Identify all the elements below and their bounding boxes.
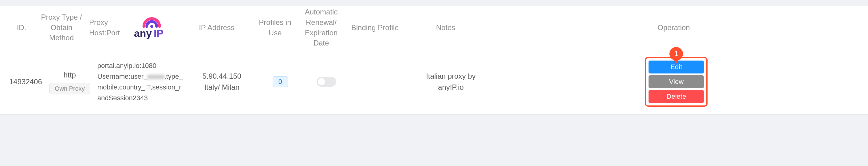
cell-ip-address: 5.90.44.150 Italy/ Milan	[187, 71, 257, 93]
annotation-marker-number: 1	[670, 47, 683, 61]
header-host-port: Proxy Host:Port any IP	[86, 15, 181, 40]
host-port-line1: portal.anyip.io:1080	[97, 60, 184, 71]
own-proxy-badge: Own Proxy	[50, 83, 90, 94]
header-profiles: Profiles in Use	[252, 17, 298, 38]
delete-button[interactable]: Delete	[649, 90, 704, 103]
header-notes: Notes	[406, 23, 486, 33]
svg-text:any: any	[134, 28, 152, 39]
toggle-knob	[318, 78, 325, 86]
header-id: ID.	[6, 23, 37, 33]
svg-point-0	[150, 25, 153, 28]
cell-host-port: portal.anyip.io:1080 Username:user_xxxxx…	[94, 60, 187, 104]
table-row: 14932406 http Own Proxy portal.anyip.io:…	[0, 49, 868, 115]
cell-operation: 1 Edit View Delete	[491, 57, 862, 107]
cell-notes: Italian proxy by anyIP.io	[411, 71, 491, 93]
table-header: ID. Proxy Type / Obtain Method Proxy Hos…	[0, 6, 868, 49]
view-button[interactable]: View	[649, 75, 704, 88]
header-renewal: Automatic Renewal/ Expiration Date	[298, 7, 344, 48]
host-port-line2: Username:user_xxxxx,type_mobile,country_…	[97, 71, 184, 104]
cell-profiles: 0	[257, 76, 303, 87]
header-proxy-type: Proxy Type / Obtain Method	[37, 12, 86, 43]
header-binding: Binding Profile	[344, 23, 406, 33]
cell-renewal	[303, 77, 349, 87]
cell-proxy-type: http Own Proxy	[45, 69, 94, 94]
operation-buttons-highlight: Edit View Delete	[645, 57, 708, 107]
anyip-logo: any IP	[129, 15, 178, 40]
cell-id: 14932406	[6, 76, 45, 87]
annotation-marker: 1	[670, 47, 683, 64]
renewal-toggle[interactable]	[317, 77, 336, 87]
proxy-table: ID. Proxy Type / Obtain Method Proxy Hos…	[0, 6, 868, 115]
profiles-count-badge[interactable]: 0	[273, 76, 288, 87]
blurred-username: xxxxx	[147, 72, 164, 80]
header-ip-address: IP Address	[181, 23, 252, 33]
svg-text:IP: IP	[154, 28, 163, 39]
header-operation: Operation	[486, 23, 862, 33]
